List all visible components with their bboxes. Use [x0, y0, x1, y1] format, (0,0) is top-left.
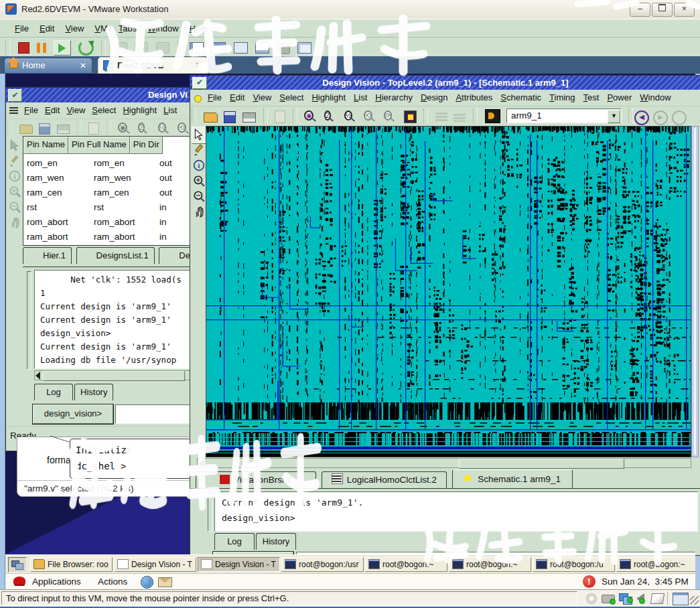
- pop-up-icon[interactable]: [453, 112, 466, 122]
- schematic-hscrollbar[interactable]: [197, 458, 691, 468]
- vmware-menu-item[interactable]: VM: [94, 19, 108, 37]
- dv-front-menu-item[interactable]: Timing: [549, 90, 575, 106]
- dv-back-titlebar[interactable]: ✔ Design Vi: [6, 88, 192, 102]
- zoom-half-icon[interactable]: ½: [158, 122, 171, 135]
- snapshot-icon[interactable]: [114, 42, 127, 54]
- tab-home[interactable]: Home ✕: [4, 58, 92, 74]
- save-icon[interactable]: [224, 111, 236, 123]
- pause-icon[interactable]: [37, 43, 46, 53]
- open-icon[interactable]: [19, 125, 33, 134]
- alert-icon[interactable]: !: [583, 575, 596, 588]
- unity-view-icon[interactable]: [234, 42, 248, 54]
- log-tab[interactable]: History: [74, 384, 113, 400]
- vmware-menu-item[interactable]: Tabs: [119, 19, 137, 37]
- browser-globe-icon[interactable]: [141, 576, 153, 589]
- dv-front-menu-item[interactable]: Highlight: [311, 90, 346, 106]
- zoom-selected-icon[interactable]: [404, 110, 417, 123]
- view-tab[interactable]: Hier.1: [23, 247, 72, 264]
- taskbar-button[interactable]: Design Vision - T: [114, 557, 196, 572]
- applications-menu[interactable]: Applications: [32, 574, 81, 589]
- vmware-menu-item[interactable]: File: [15, 19, 29, 37]
- scroll-left-arrow-icon[interactable]: [36, 372, 40, 380]
- window-menu-button[interactable]: ✔: [192, 77, 207, 89]
- history-icon[interactable]: [672, 110, 687, 125]
- tab-red26dvevm[interactable]: Red2.6DVE ✕: [98, 57, 208, 74]
- push-down-icon[interactable]: [435, 112, 447, 122]
- info-icon[interactable]: i: [9, 170, 21, 182]
- zoom-2x-icon[interactable]: 2: [324, 110, 338, 123]
- zoom-2x-icon[interactable]: 2: [138, 122, 151, 135]
- dv-front-menu-item[interactable]: View: [253, 90, 271, 106]
- email-icon[interactable]: [158, 577, 172, 587]
- prompt-button[interactable]: design_vision>: [33, 404, 113, 424]
- log-splitter[interactable]: [27, 271, 31, 370]
- back-icon[interactable]: ◀: [634, 110, 649, 125]
- taskbar-button[interactable]: root@bogon:~: [449, 557, 531, 572]
- print-icon[interactable]: [57, 125, 70, 134]
- dv-back-menu-item[interactable]: Edit: [45, 102, 60, 119]
- display-icon[interactable]: [650, 593, 664, 604]
- zoom-out-icon[interactable]: [9, 201, 21, 213]
- actions-menu[interactable]: Actions: [98, 574, 127, 589]
- paste-icon[interactable]: [88, 123, 99, 135]
- close-button[interactable]: ×: [674, 3, 695, 17]
- table-row[interactable]: rom_enrom_enout: [23, 156, 191, 171]
- table-row[interactable]: rstrstin: [23, 200, 191, 215]
- dv-back-menu-item[interactable]: File: [24, 102, 38, 119]
- zoom-in-icon[interactable]: [193, 175, 205, 187]
- combo-dropdown-icon[interactable]: ▼: [608, 110, 620, 123]
- design-combobox[interactable]: arm9_1 ▼: [506, 108, 622, 123]
- pan-icon[interactable]: [9, 216, 21, 228]
- dv-front-menu-item[interactable]: Window: [640, 90, 671, 106]
- view-tab[interactable]: De: [159, 247, 192, 264]
- network-icon[interactable]: [619, 593, 628, 601]
- harddisk-icon[interactable]: [602, 595, 615, 603]
- message-icon[interactable]: [673, 593, 689, 605]
- view-tab[interactable]: Schematic.1 arm9_1: [452, 469, 573, 488]
- scroll-left-arrow-icon[interactable]: [199, 459, 204, 467]
- design-vision-schematic-window[interactable]: ✔ Design Vision - TopLevel.2 (arm9_1) - …: [190, 75, 700, 556]
- select-icon[interactable]: [9, 139, 21, 151]
- console-view-icon[interactable]: [212, 42, 226, 54]
- zoom-full-icon[interactable]: ▣: [118, 122, 131, 135]
- save-icon[interactable]: [39, 123, 50, 135]
- log-hscrollbar[interactable]: [34, 370, 190, 380]
- redhat-icon[interactable]: [13, 577, 25, 585]
- pin-table-header-cell[interactable]: Pin Full Name: [68, 137, 130, 154]
- sound-icon[interactable]: [636, 593, 644, 604]
- view-tab[interactable]: LogicalHomoClctList.2: [322, 471, 447, 488]
- design-vision-main-window[interactable]: ✔ Design Vi FileEditViewSelectHighlightL…: [5, 87, 192, 451]
- vmware-menu-item[interactable]: View: [65, 19, 84, 37]
- info-icon[interactable]: i: [193, 159, 205, 171]
- dv-front-menu-item[interactable]: Hierarchy: [375, 90, 413, 106]
- dv-back-menu-item[interactable]: View: [66, 102, 85, 119]
- table-row[interactable]: ram_wenram_wenout: [23, 171, 191, 185]
- paste-icon[interactable]: [275, 110, 285, 123]
- log-output[interactable]: Current design is 'arm9_1'.design_vision…: [214, 491, 698, 532]
- stop-icon[interactable]: [18, 42, 29, 54]
- resize-grip[interactable]: [690, 596, 699, 605]
- zoom-out-icon[interactable]: [193, 190, 205, 202]
- taskbar-button[interactable]: Design Vision - T: [198, 557, 280, 572]
- tab-vm-close-icon[interactable]: ✕: [195, 58, 202, 73]
- taskbar-button[interactable]: root@bogon:/u: [533, 557, 615, 572]
- vmware-menu-item[interactable]: Help: [190, 19, 208, 37]
- vmware-menu-item[interactable]: Edit: [40, 19, 54, 37]
- dv-front-menu-item[interactable]: Design: [421, 90, 447, 106]
- and-gate-icon[interactable]: [485, 109, 500, 123]
- vmware-menu-item[interactable]: Window: [147, 19, 178, 37]
- taskbar-button[interactable]: root@bogon:~: [616, 557, 695, 572]
- log-output[interactable]: Net 'clk': 1552 load(s1Current design is…: [34, 270, 190, 369]
- draw-icon[interactable]: [193, 144, 205, 156]
- clock[interactable]: Sun Jan 24, 3:45 PM: [602, 574, 689, 589]
- maximize-button[interactable]: [652, 3, 673, 17]
- dv-front-menu-item[interactable]: Select: [279, 90, 303, 106]
- log-tab[interactable]: Log: [34, 384, 73, 400]
- dv-back-menu-item[interactable]: Highlight: [123, 102, 157, 119]
- print-icon[interactable]: [242, 112, 256, 123]
- list-menu-icon[interactable]: [9, 107, 18, 114]
- show-sidebar-icon[interactable]: [190, 42, 204, 54]
- undo-zoom-icon[interactable]: ⟲: [364, 110, 377, 123]
- scrollbar-thumb[interactable]: [459, 459, 624, 469]
- log-tab[interactable]: History: [256, 533, 296, 550]
